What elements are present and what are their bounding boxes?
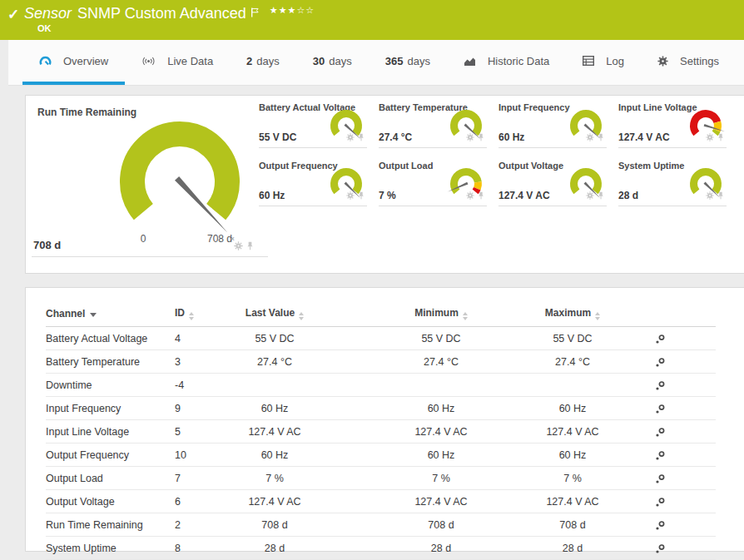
tab-30-days[interactable]: 30 days bbox=[296, 40, 369, 85]
table-row[interactable]: Downtime-4 bbox=[46, 374, 716, 397]
cell-channel: Downtime bbox=[46, 374, 175, 397]
gauge-tile-output-frequency[interactable]: Output Frequency60 Hz bbox=[259, 159, 367, 206]
gauge-pin-icon[interactable] bbox=[477, 188, 485, 203]
cell-maximum: 708 d bbox=[541, 513, 604, 537]
column-header-maximum[interactable]: Maximum bbox=[541, 301, 604, 327]
gauge-settings-gear-icon[interactable] bbox=[586, 188, 594, 203]
cell-last-value: 28 d bbox=[208, 537, 341, 560]
gauge-value: 7 % bbox=[379, 190, 396, 201]
gauge-pin-icon[interactable] bbox=[597, 188, 605, 203]
column-header-id[interactable]: ID bbox=[175, 301, 208, 327]
channel-settings-icon[interactable] bbox=[655, 334, 666, 344]
gauge-settings-gear-icon[interactable] bbox=[706, 188, 714, 203]
tab-log[interactable]: Log bbox=[566, 40, 641, 85]
table-row[interactable]: System Uptime828 d28 d28 d bbox=[46, 537, 716, 560]
gauge-settings-gear-icon[interactable] bbox=[346, 188, 355, 203]
gauge-settings-gear-icon[interactable] bbox=[586, 130, 594, 145]
gauge-settings-gear-icon[interactable] bbox=[706, 130, 714, 145]
cell-minimum: 708 d bbox=[341, 513, 541, 537]
table-row[interactable]: Input Line Voltage5127.4 V AC127.4 V AC1… bbox=[46, 420, 716, 444]
column-header-minimum[interactable]: Minimum bbox=[341, 301, 541, 327]
cell-last-value: 708 d bbox=[208, 513, 341, 537]
cell-minimum: 28 d bbox=[341, 537, 541, 560]
tab-365-days[interactable]: 365 days bbox=[369, 40, 447, 85]
gauge-value: 55 V DC bbox=[259, 131, 296, 143]
channel-settings-icon[interactable] bbox=[655, 497, 666, 508]
column-header-actions bbox=[604, 301, 716, 327]
cell-maximum: 60 Hz bbox=[541, 444, 604, 467]
channel-settings-icon[interactable] bbox=[655, 473, 666, 484]
cell-minimum: 127.4 V AC bbox=[341, 490, 541, 513]
gauge-tile-battery-actual-voltage[interactable]: Battery Actual Voltage55 V DC bbox=[259, 101, 367, 148]
gauge-tile-run-time-remaining[interactable]: Run Time Remaining x 0 708 d 708 d bbox=[32, 100, 268, 257]
cell-minimum: 60 Hz bbox=[341, 397, 541, 420]
table-row[interactable]: Output Voltage6127.4 V AC127.4 V AC127.4… bbox=[46, 490, 716, 513]
gauge-tile-battery-temperature[interactable]: Battery Temperature27.4 °C bbox=[379, 101, 487, 148]
gauge-title: Output Load bbox=[379, 161, 433, 171]
table-row[interactable]: Battery Actual Voltage455 V DC55 V DC55 … bbox=[46, 327, 716, 350]
gauge-settings-gear-icon[interactable] bbox=[346, 130, 355, 145]
tab-label: days bbox=[407, 55, 429, 67]
channel-settings-icon[interactable] bbox=[655, 404, 666, 414]
tab-overview[interactable]: Overview bbox=[22, 40, 125, 85]
cell-maximum: 127.4 V AC bbox=[541, 420, 604, 444]
gauge-scale-min: 0 bbox=[135, 233, 151, 245]
channel-settings-icon[interactable] bbox=[655, 520, 666, 531]
column-header-last-value[interactable]: Last Value bbox=[208, 301, 341, 327]
cell-id: 10 bbox=[175, 444, 208, 467]
gauge-pin-icon[interactable] bbox=[597, 130, 605, 145]
gauge-pin-icon[interactable] bbox=[717, 130, 725, 145]
table-row[interactable]: Run Time Remaining2708 d708 d708 d bbox=[46, 513, 716, 537]
gauge-pin-icon[interactable] bbox=[357, 130, 365, 145]
priority-stars[interactable]: ★★★☆☆ bbox=[270, 6, 315, 15]
cell-id: 8 bbox=[175, 537, 208, 560]
prtg-sensor-page: ✓ Sensor SNMP Custom Advanced ★★★☆☆ OK O… bbox=[0, 0, 744, 560]
gauges-panel: Run Time Remaining x 0 708 d 708 d Batte… bbox=[25, 95, 744, 274]
gauge-tile-output-load[interactable]: Output Load7 % bbox=[379, 159, 487, 206]
gauge-pin-icon[interactable] bbox=[477, 130, 485, 145]
gauge-settings-gear-icon[interactable] bbox=[466, 188, 474, 203]
channel-settings-icon[interactable] bbox=[655, 427, 666, 438]
gauge-pin-icon[interactable] bbox=[717, 188, 725, 203]
channel-settings-icon[interactable] bbox=[655, 357, 666, 368]
tab-historic-data[interactable]: Historic Data bbox=[447, 40, 566, 85]
status-badge: OK bbox=[37, 23, 52, 33]
column-header-channel[interactable]: Channel bbox=[46, 301, 175, 327]
table-row[interactable]: Battery Temperature327.4 °C27.4 °C27.4 °… bbox=[46, 350, 716, 374]
cell-actions bbox=[604, 444, 716, 467]
table-row[interactable]: Input Frequency960 Hz60 Hz60 Hz bbox=[46, 397, 716, 420]
gauge-settings-gear-icon[interactable] bbox=[234, 239, 243, 254]
cell-last-value: 7 % bbox=[208, 467, 341, 490]
cell-last-value bbox=[208, 374, 341, 397]
gauge-tile-output-voltage[interactable]: Output Voltage127.4 V AC bbox=[498, 159, 607, 206]
tab-live-data[interactable]: Live Data bbox=[125, 40, 230, 85]
gauge-tile-system-uptime[interactable]: System Uptime28 d bbox=[618, 159, 727, 206]
channel-settings-icon[interactable] bbox=[655, 380, 666, 391]
channels-table: Channel ID Last Value Minimum Maximum Ba… bbox=[46, 301, 716, 560]
table-row[interactable]: Output Load77 %7 %7 % bbox=[46, 467, 716, 490]
gauge-tile-input-frequency[interactable]: Input Frequency60 Hz bbox=[498, 101, 607, 148]
gauge-settings-gear-icon[interactable] bbox=[466, 130, 474, 145]
sort-desc-icon bbox=[90, 313, 97, 317]
cell-actions bbox=[604, 397, 716, 420]
channel-settings-icon[interactable] bbox=[655, 543, 666, 554]
gauge-icon bbox=[39, 55, 52, 67]
gauge-value: 127.4 V AC bbox=[498, 190, 550, 201]
channel-settings-icon[interactable] bbox=[655, 450, 666, 461]
tab-2-days[interactable]: 2 days bbox=[230, 40, 296, 85]
cell-id: 3 bbox=[175, 350, 208, 374]
table-row[interactable]: Output Frequency1060 Hz60 Hz60 Hz bbox=[46, 444, 716, 467]
gear-icon bbox=[657, 56, 668, 67]
cell-id: 2 bbox=[175, 513, 208, 537]
cell-id: 6 bbox=[175, 490, 208, 513]
flag-icon[interactable] bbox=[250, 6, 260, 21]
gauge-pin-icon[interactable] bbox=[246, 239, 255, 254]
tab-label: Log bbox=[606, 55, 624, 67]
gauge-value: 60 Hz bbox=[498, 131, 524, 143]
gauge-value: 28 d bbox=[618, 190, 638, 201]
gauge-value: 127.4 V AC bbox=[618, 131, 670, 143]
gauge-tile-input-line-voltage[interactable]: Input Line Voltage127.4 V AC bbox=[618, 101, 727, 148]
tab-settings[interactable]: Settings bbox=[641, 40, 736, 85]
gauge-title: Output Voltage bbox=[498, 161, 563, 171]
gauge-pin-icon[interactable] bbox=[357, 188, 365, 203]
